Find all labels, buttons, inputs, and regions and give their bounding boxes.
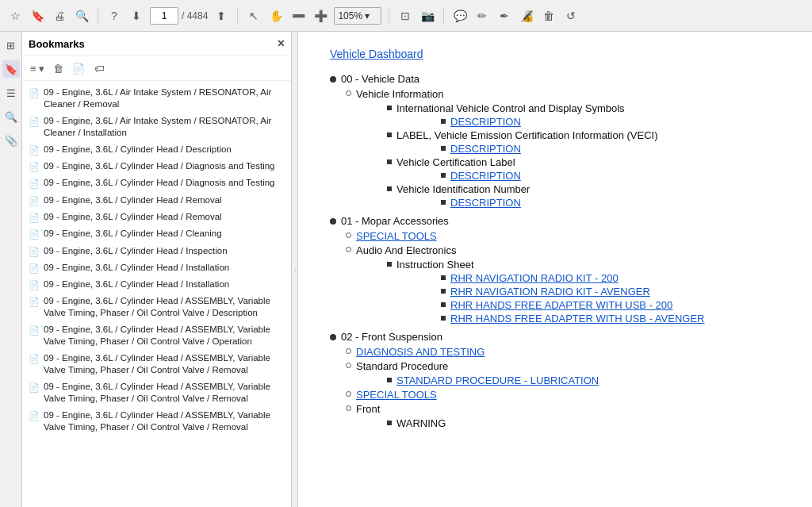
refresh-icon[interactable]: ↺ — [562, 7, 580, 25]
snapshot-icon[interactable]: 📷 — [419, 7, 436, 25]
toc-l4-rhr-usb-200-link[interactable]: RHR HANDS FREE ADAPTER WITH USB - 200 — [450, 299, 672, 311]
bookmark-item-icon: 📄 — [29, 144, 40, 156]
stamp-icon[interactable]: 🔏 — [518, 7, 535, 25]
toc-l4-desc-3-link[interactable]: DESCRIPTION — [450, 170, 521, 182]
left-icon-search[interactable]: 🔍 — [2, 108, 20, 125]
toc-item-mopar: 01 - Mopar Accessories — [330, 215, 788, 227]
comment-icon[interactable]: 💬 — [451, 7, 469, 25]
toc-item-lubrication: STANDARD PROCEDURE - LUBRICATION — [374, 374, 788, 386]
zoom-dropdown-icon: ▾ — [365, 10, 370, 21]
toc-l2-special-tools-2-link[interactable]: SPECIAL TOOLS — [356, 389, 437, 401]
bullet-sq-sm-icon-5 — [441, 275, 446, 280]
bullet-sq-sm-icon-2 — [441, 146, 446, 151]
bookmark-star-icon[interactable]: ☆ — [6, 7, 24, 25]
bookmark-list-item[interactable]: 📄09 - Engine, 3.6L / Cylinder Head / Dia… — [22, 158, 291, 175]
toc-l4-rhr-200-link[interactable]: RHR NAVIGATION RADIO KIT - 200 — [450, 272, 619, 284]
toc-l4-desc-1-link[interactable]: DESCRIPTION — [450, 116, 521, 128]
toc-l4-rhr-usb-avenger-link[interactable]: RHR HANDS FREE ADAPTER WITH USB - AVENGE… — [450, 313, 704, 325]
bookmark-item-text: 09 - Engine, 3.6L / Cylinder Head / Clea… — [44, 228, 285, 240]
bookmarks-header: Bookmarks × — [22, 32, 291, 56]
bullet-square-icon-3 — [387, 159, 392, 164]
toc-cert-label-children: DESCRIPTION — [374, 170, 788, 182]
bullet-square-icon-7 — [387, 421, 392, 425]
bm-new-icon[interactable]: 📄 — [70, 60, 87, 77]
bullet-sq-sm-icon-6 — [441, 289, 446, 294]
toc-l1-vehicle-data-label: 00 - Vehicle Data — [341, 73, 419, 85]
bookmark-list-item[interactable]: 📄09 - Engine, 3.6L / Cylinder Head / ASS… — [22, 407, 291, 436]
bookmark-list-item[interactable]: 📄09 - Engine, 3.6L / Cylinder Head / ASS… — [22, 378, 291, 407]
toc-item-diagnosis-testing: DIAGNOSIS AND TESTING — [346, 346, 788, 358]
help-icon[interactable]: ? — [105, 7, 123, 25]
toc-l2-std-procedure-label: Standard Procedure — [356, 360, 448, 372]
toc-item-desc-1: DESCRIPTION — [416, 116, 788, 128]
bookmark-item-icon: 📄 — [29, 116, 40, 127]
delete-icon[interactable]: 🗑 — [540, 7, 557, 25]
toc-item-std-procedure: Standard Procedure — [346, 360, 788, 372]
bookmark-list-item[interactable]: 📄09 - Engine, 3.6L / Cylinder Head / Rem… — [22, 209, 291, 225]
cursor-tool-icon[interactable]: ↖ — [245, 7, 262, 25]
panel-resize-handle[interactable]: ⋮ — [292, 32, 298, 507]
left-icon-pages[interactable]: ☰ — [2, 84, 20, 102]
zoom-out-icon[interactable]: ➖ — [289, 7, 307, 25]
toc-l2-diagnosis-testing-link[interactable]: DIAGNOSIS AND TESTING — [356, 346, 485, 358]
toc-instruction-sheet-children: RHR NAVIGATION RADIO KIT - 200 RHR NAVIG… — [374, 272, 788, 325]
bookmark-list-item[interactable]: 📄09 - Engine, 3.6L / Cylinder Head / Rem… — [22, 192, 291, 209]
left-icon-attach[interactable]: 📎 — [2, 132, 20, 149]
bookmark-list-item[interactable]: 📄09 - Engine, 3.6L / Cylinder Head / Ins… — [22, 259, 291, 276]
bookmark-list-item[interactable]: 📄09 - Engine, 3.6L / Cylinder Head / Cle… — [22, 225, 291, 242]
bookmark-list-item[interactable]: 📄09 - Engine, 3.6L / Air Intake System /… — [22, 84, 291, 113]
toc-l4-rhr-avenger-link[interactable]: RHR NAVIGATION RADIO KIT - AVENGER — [450, 286, 650, 298]
bullet-square-icon-4 — [387, 186, 392, 191]
toc-l3-vin-label: Vehicle Identification Number — [396, 183, 530, 195]
page-nav: 1 / 4484 — [150, 7, 208, 25]
search-icon[interactable]: 🔍 — [73, 7, 90, 25]
left-icon-bookmarks[interactable]: 🔖 — [2, 60, 20, 78]
toc-l4-desc-2-link[interactable]: DESCRIPTION — [450, 143, 521, 155]
pen-icon[interactable]: ✏ — [473, 7, 491, 25]
toc-l2-vehicle-info-label: Vehicle Information — [356, 88, 444, 100]
bookmark-list-item[interactable]: 📄09 - Engine, 3.6L / Cylinder Head / ASS… — [22, 293, 291, 321]
bookmark-list-item[interactable]: 📄09 - Engine, 3.6L / Air Intake System /… — [22, 113, 291, 141]
toc-audio-children: Instruction Sheet RHR NAVIGATION RADIO K… — [346, 259, 788, 325]
bookmark-list-item[interactable]: 📄09 - Engine, 3.6L / Cylinder Head / Dia… — [22, 175, 291, 191]
bookmark-item-icon: 📄 — [29, 161, 40, 172]
toc-front-suspension-children: DIAGNOSIS AND TESTING Standard Procedure… — [330, 346, 788, 429]
bookmark-list-item[interactable]: 📄09 - Engine, 3.6L / Cylinder Head / Ins… — [22, 243, 291, 259]
zoom-level-display[interactable]: 105% ▾ — [334, 7, 381, 25]
bookmark-list-item[interactable]: 📄09 - Engine, 3.6L / Cylinder Head / ASS… — [22, 321, 291, 350]
toc-l4-desc-4-link[interactable]: DESCRIPTION — [450, 197, 521, 209]
print-icon[interactable]: 🖨 — [51, 7, 68, 25]
bookmarks-close-button[interactable]: × — [278, 36, 285, 51]
bookmark-list-item[interactable]: 📄09 - Engine, 3.6L / Cylinder Head / Des… — [22, 141, 291, 158]
bookmark-item-icon: 📄 — [29, 195, 40, 206]
toc-item-intl-symbols: International Vehicle Control and Displa… — [374, 102, 788, 114]
toc-l2-special-tools-1-link[interactable]: SPECIAL TOOLS — [356, 230, 437, 242]
bookmarks-toolbar: ≡ ▾ 🗑 📄 🏷 — [22, 56, 291, 81]
hand-tool-icon[interactable]: ✋ — [267, 7, 285, 25]
bookmark-list-item[interactable]: 📄09 - Engine, 3.6L / Cylinder Head / Ins… — [22, 276, 291, 293]
page-title[interactable]: Vehicle Dashboard — [330, 48, 788, 60]
bookmark-item-text: 09 - Engine, 3.6L / Cylinder Head / Diag… — [44, 160, 285, 172]
toc-item-front-suspension: 02 - Front Suspension — [330, 331, 788, 343]
left-icon-layers[interactable]: ⊞ — [2, 36, 20, 54]
toc-vin-children: DESCRIPTION — [374, 197, 788, 209]
page-number-input[interactable]: 1 — [150, 7, 178, 25]
bookmark-item-icon: 📄 — [29, 382, 40, 393]
bookmark-item-text: 09 - Engine, 3.6L / Cylinder Head / Remo… — [44, 211, 285, 223]
bm-tag-icon[interactable]: 🏷 — [90, 60, 108, 77]
nav-prev-icon[interactable]: ⬇ — [128, 7, 145, 25]
toc-l3-lubrication-link[interactable]: STANDARD PROCEDURE - LUBRICATION — [396, 374, 599, 386]
toc-item-rhr-usb-avenger: RHR HANDS FREE ADAPTER WITH USB - AVENGE… — [416, 313, 788, 325]
bookmark-icon[interactable]: 🔖 — [29, 7, 46, 25]
bullet-sq-sm-icon-7 — [441, 302, 446, 307]
zoom-in-icon[interactable]: ➕ — [312, 7, 329, 25]
bm-delete-icon[interactable]: 🗑 — [49, 60, 67, 77]
bookmark-item-icon: 📄 — [29, 87, 40, 98]
nav-next-icon[interactable]: ⬆ — [213, 7, 230, 25]
fit-page-icon[interactable]: ⊡ — [396, 7, 414, 25]
highlight-icon[interactable]: ✒ — [496, 7, 513, 25]
bullet-circle-icon-3 — [346, 247, 351, 252]
bm-menu-icon[interactable]: ≡ ▾ — [29, 60, 46, 77]
bookmark-list-item[interactable]: 📄09 - Engine, 3.6L / Cylinder Head / ASS… — [22, 350, 291, 378]
bullet-filled-icon-2 — [330, 218, 336, 225]
